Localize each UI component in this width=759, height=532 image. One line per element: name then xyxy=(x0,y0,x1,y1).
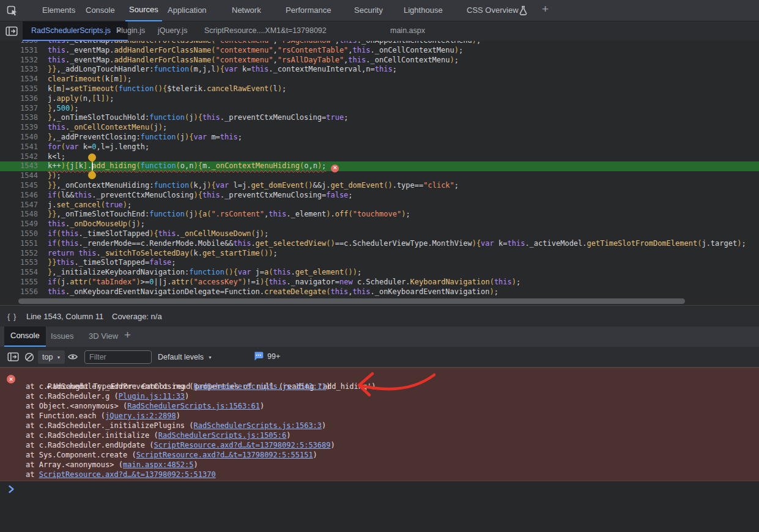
code-line-1556[interactable]: 1556this._onKeyboardEventNavigationDeleg… xyxy=(0,287,759,297)
code-line-1553[interactable]: 1553}}this._timeSlotTapped=false; xyxy=(0,258,759,268)
line-number[interactable]: 1536 xyxy=(0,94,38,104)
code-line-1546[interactable]: 1546if(l&&this._preventCtxMenuClosing){t… xyxy=(0,191,759,201)
code-line-1537[interactable]: 1537},500); xyxy=(0,104,759,114)
file-tab-plugin.js[interactable]: Plugin.js xyxy=(116,21,145,41)
stack-frame-link[interactable]: ScriptResource.axd?d…&t=13798092:5:51370 xyxy=(39,470,216,479)
line-number[interactable]: 1542 xyxy=(0,152,38,162)
stack-frame-link[interactable]: jQuery.js:2:2898 xyxy=(105,412,176,420)
line-number[interactable]: 1532 xyxy=(0,56,38,65)
line-number[interactable]: 1543 xyxy=(0,161,38,171)
code-text: },_onTimeSlotTouchHold:function(j){this.… xyxy=(38,113,348,123)
panel-tab-sources[interactable]: Sources xyxy=(125,0,162,21)
code-line-1531[interactable]: 1531this._eventMap.addHandlerForClassNam… xyxy=(0,46,759,56)
drawer-tab-console[interactable]: Console xyxy=(4,327,46,347)
panel-tab-performance[interactable]: Performance xyxy=(282,0,335,21)
line-number[interactable]: 1535 xyxy=(0,84,38,94)
code-line-1544[interactable]: 1544}); xyxy=(0,171,759,181)
line-number[interactable]: 1546 xyxy=(0,191,38,201)
code-line-1535[interactable]: 1535k[m]=setTimeout(function(){$telerik.… xyxy=(0,84,759,94)
code-line-1548[interactable]: 1548}},_onTimeSlotTouchEnd:function(j){a… xyxy=(0,210,759,220)
code-line-1533[interactable]: 1533}},_addLongTouchHandler:function(m,j… xyxy=(0,65,759,75)
code-line-1552[interactable]: 1552return this._switchToSelectedDay(k.g… xyxy=(0,249,759,259)
line-number[interactable]: 1549 xyxy=(0,220,38,229)
line-number[interactable]: 1551 xyxy=(0,239,38,249)
editor-horizontal-scrollbar[interactable] xyxy=(0,297,759,305)
panel-tab-lighthouse[interactable]: Lighthouse xyxy=(400,0,446,21)
line-number[interactable]: 1554 xyxy=(0,268,38,278)
line-number[interactable]: 1556 xyxy=(0,287,38,297)
line-number[interactable]: 1553 xyxy=(0,258,38,268)
clear-console-icon[interactable] xyxy=(24,352,34,362)
panel-tab-application[interactable]: Application xyxy=(164,0,210,21)
panel-tab-console[interactable]: Console xyxy=(82,0,119,21)
code-text: }},_onTimeSlotTouchEnd:function(j){a(".r… xyxy=(38,210,410,220)
code-line-1545[interactable]: 1545}},_onContextMenuHiding:function(k,j… xyxy=(0,181,759,191)
scrollbar-thumb[interactable] xyxy=(18,298,685,304)
code-line-1534[interactable]: 1534clearTimeout(k[m]); xyxy=(0,75,759,84)
drawer-tab-issues[interactable]: Issues xyxy=(45,327,80,347)
line-number[interactable]: 1548 xyxy=(0,210,38,220)
code-line-1549[interactable]: 1549this._onDocMouseUp(j); xyxy=(0,220,759,229)
code-line-1530[interactable]: 1530this._eventMap.addHandlerForClassNam… xyxy=(0,41,759,46)
line-number[interactable]: 1555 xyxy=(0,278,38,287)
stack-frame-link[interactable]: RadSchedulerScripts.js:1543:11 xyxy=(194,382,327,391)
line-number[interactable]: 1530 xyxy=(0,41,38,46)
code-line-1539[interactable]: 1539this._onCellContextMenu(j); xyxy=(0,123,759,133)
line-number[interactable]: 1538 xyxy=(0,113,38,123)
stack-frame-link[interactable]: RadSchedulerScripts.js:1563:3 xyxy=(194,421,322,430)
panel-tab-elements[interactable]: Elements xyxy=(39,0,79,21)
line-number[interactable]: 1550 xyxy=(0,229,38,239)
stack-frame-link[interactable]: ScriptResource.axd?d…&t=13798092:5:55151 xyxy=(136,451,313,459)
code-line-1554[interactable]: 1554},_initializeKeyboardNavigation:func… xyxy=(0,268,759,278)
console-prompt[interactable] xyxy=(0,481,759,497)
stack-frame-link[interactable]: RadSchedulerScripts.js:1563:61 xyxy=(127,402,260,410)
panel-tab-security[interactable]: Security xyxy=(350,0,387,21)
code-line-1542[interactable]: 1542k<l; xyxy=(0,152,759,162)
code-line-1551[interactable]: 1551if(this._renderMode==c.RenderMode.Mo… xyxy=(0,239,759,249)
toggle-navigator-panel-icon[interactable] xyxy=(6,26,18,36)
console-sidebar-toggle-icon[interactable] xyxy=(7,352,19,361)
line-number[interactable]: 1533 xyxy=(0,65,38,75)
line-number[interactable]: 1531 xyxy=(0,46,38,56)
code-line-1555[interactable]: 1555if(j.attr("tabIndex")>=0||j.attr("ac… xyxy=(0,278,759,287)
console-levels-dropdown[interactable]: Default levels ▼ xyxy=(158,350,212,364)
pretty-print-icon[interactable]: { } xyxy=(7,312,17,321)
file-tab-radschedulerscripts.js[interactable]: RadSchedulerScripts.js× xyxy=(23,21,128,41)
code-line-1538[interactable]: 1538},_onTimeSlotTouchHold:function(j){t… xyxy=(0,113,759,123)
code-line-1540[interactable]: 1540},_addPreventClosing:function(j){var… xyxy=(0,133,759,142)
line-number[interactable]: 1539 xyxy=(0,123,38,133)
console-context-selector[interactable]: top ▼ xyxy=(38,350,65,364)
drawer-tab-3d-view[interactable]: 3D View xyxy=(83,327,124,347)
stack-frame-link[interactable]: ScriptResource.axd?d…&t=13798092:5:53689 xyxy=(154,441,331,449)
panel-tab-network[interactable]: Network xyxy=(228,0,265,21)
line-number[interactable]: 1534 xyxy=(0,75,38,84)
code-line-1550[interactable]: 1550if(this._timeSlotTapped){this._onCel… xyxy=(0,229,759,239)
panel-tab-css-overview[interactable]: CSS Overview xyxy=(463,0,522,21)
issues-counter[interactable]: 99+ xyxy=(253,351,280,361)
line-number[interactable]: 1547 xyxy=(0,201,38,210)
code-line-1543[interactable]: 1543k++){j[k].add_hiding(function(o,n){m… xyxy=(0,161,759,171)
error-message-row[interactable]: ▶Uncaught TypeError: Cannot read propert… xyxy=(0,372,759,382)
line-number[interactable]: 1541 xyxy=(0,142,38,152)
line-number[interactable]: 1540 xyxy=(0,133,38,142)
line-number[interactable]: 1545 xyxy=(0,181,38,191)
stack-frame-link[interactable]: RadSchedulerScripts.js:1505:6 xyxy=(158,431,287,440)
code-line-1541[interactable]: 1541for(var k=0,l=j.length; xyxy=(0,142,759,152)
stack-frame-link[interactable]: Plugin.js:11:33 xyxy=(119,392,185,401)
code-line-1532[interactable]: 1532this._eventMap.addHandlerForClassNam… xyxy=(0,56,759,65)
file-tab-scriptresource....xm1-t-13798092[interactable]: ScriptResource....XM1&t=13798092 xyxy=(204,21,327,41)
file-tab-main.aspx[interactable]: main.aspx xyxy=(390,21,425,41)
line-number[interactable]: 1552 xyxy=(0,249,38,259)
line-number[interactable]: 1537 xyxy=(0,104,38,114)
code-line-1547[interactable]: 1547j.set_cancel(true); xyxy=(0,201,759,210)
create-live-expression-eye-icon[interactable] xyxy=(67,352,78,361)
add-drawer-tab-button[interactable]: + xyxy=(124,328,131,342)
add-panel-tab-button[interactable]: + xyxy=(542,2,549,16)
line-number[interactable]: 1544 xyxy=(0,171,38,181)
stack-frame-link[interactable]: main.aspx:4852:5 xyxy=(123,460,194,469)
source-editor[interactable]: 1530this._eventMap.addHandlerForClassNam… xyxy=(0,41,759,297)
code-line-1536[interactable]: 1536j.apply(n,[l]); xyxy=(0,94,759,104)
console-filter-input[interactable] xyxy=(84,350,152,364)
inspect-element-icon[interactable] xyxy=(6,5,18,17)
file-tab-jquery.js[interactable]: jQuery.js xyxy=(158,21,187,41)
